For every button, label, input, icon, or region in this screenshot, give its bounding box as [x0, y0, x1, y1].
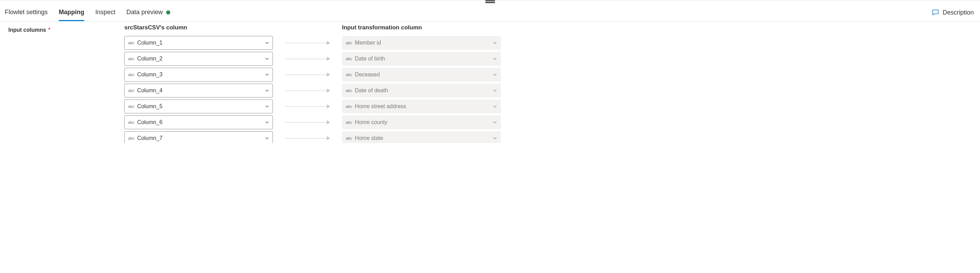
- target-column-value: Date of birth: [355, 56, 385, 62]
- chevron-down-icon: [264, 72, 270, 77]
- source-column-value: Column_2: [137, 56, 162, 62]
- source-column-value: Column_3: [137, 72, 162, 78]
- target-column-header: Input transformation column: [342, 24, 501, 31]
- preview-status-dot-icon: [166, 10, 170, 14]
- chevron-down-icon: [492, 72, 498, 77]
- type-tag: abc: [128, 73, 134, 77]
- target-column-dropdown[interactable]: abcDate of death: [342, 84, 501, 97]
- mapping-row: abcColumn_4abcDate of death: [97, 84, 973, 97]
- target-column-dropdown[interactable]: abcHome street address: [342, 99, 501, 113]
- tab-label: Mapping: [59, 9, 84, 16]
- type-tag: abc: [346, 104, 352, 109]
- mapping-row: abcColumn_5abcHome street address: [97, 99, 973, 113]
- chevron-down-icon: [492, 136, 498, 141]
- type-tag: abc: [128, 104, 134, 109]
- source-column-dropdown[interactable]: abcColumn_7: [124, 131, 273, 143]
- description-button[interactable]: Description: [929, 9, 977, 16]
- source-column-dropdown[interactable]: abcColumn_4: [124, 84, 273, 97]
- chevron-down-icon: [492, 56, 498, 62]
- target-column-value: Home street address: [355, 103, 406, 110]
- type-tag: abc: [346, 120, 352, 125]
- source-column-value: Column_1: [137, 40, 162, 46]
- tab-label: Inspect: [95, 9, 115, 16]
- source-column-value: Column_7: [137, 135, 162, 141]
- chevron-down-icon: [492, 88, 498, 93]
- target-column-value: Home county: [355, 119, 387, 125]
- tab-label: Data preview: [126, 9, 163, 16]
- chevron-down-icon: [492, 40, 498, 46]
- type-tag: abc: [128, 57, 134, 61]
- tab-label: Flowlet settings: [5, 9, 48, 16]
- chevron-down-icon: [264, 56, 270, 62]
- target-column-value: Home state: [355, 135, 383, 141]
- required-indicator: *: [48, 27, 51, 33]
- mapping-arrow-icon: [285, 75, 330, 75]
- source-column-value: Column_6: [137, 119, 162, 125]
- chevron-down-icon: [264, 136, 270, 141]
- target-column-dropdown[interactable]: abcHome state: [342, 131, 501, 143]
- type-tag: abc: [346, 73, 352, 77]
- target-column-dropdown[interactable]: abcMember id: [342, 36, 501, 50]
- type-tag: abc: [128, 120, 134, 125]
- source-column-dropdown[interactable]: abcColumn_6: [124, 115, 273, 129]
- chevron-down-icon: [264, 104, 270, 109]
- mapping-row: abcColumn_7abcHome state: [97, 131, 973, 143]
- type-tag: abc: [346, 136, 352, 140]
- tab-data-preview[interactable]: Data preview: [126, 4, 170, 21]
- input-columns-label: Input columns: [8, 27, 46, 33]
- chevron-down-icon: [492, 120, 498, 125]
- chevron-down-icon: [264, 88, 270, 93]
- mapping-row: abcColumn_3abcDeceased: [97, 68, 973, 81]
- target-column-dropdown[interactable]: abcDate of birth: [342, 52, 501, 65]
- mapping-arrow-icon: [285, 122, 330, 123]
- target-column-dropdown[interactable]: abcDeceased: [342, 68, 501, 81]
- type-tag: abc: [346, 41, 352, 45]
- type-tag: abc: [128, 88, 134, 93]
- target-column-value: Member id: [355, 40, 381, 46]
- type-tag: abc: [346, 88, 352, 93]
- type-tag: abc: [128, 41, 134, 45]
- target-column-value: Date of death: [355, 88, 388, 94]
- source-column-header: srcStarsCSV's column: [124, 24, 273, 31]
- chevron-down-icon: [264, 40, 270, 46]
- comment-icon: [932, 9, 939, 16]
- mapping-row: abcColumn_1abcMember id: [97, 36, 973, 50]
- chevron-down-icon: [264, 120, 270, 125]
- target-column-dropdown[interactable]: abcHome county: [342, 115, 501, 129]
- tab-inspect[interactable]: Inspect: [95, 4, 115, 21]
- mapping-arrow-icon: [285, 138, 330, 139]
- chevron-down-icon: [492, 104, 498, 109]
- target-column-value: Deceased: [355, 72, 380, 78]
- mapping-arrow-icon: [285, 91, 330, 91]
- tab-flowlet-settings[interactable]: Flowlet settings: [5, 4, 48, 21]
- source-column-dropdown[interactable]: abcColumn_2: [124, 52, 273, 65]
- type-tag: abc: [128, 136, 134, 140]
- source-column-dropdown[interactable]: abcColumn_5: [124, 99, 273, 113]
- mapping-row: abcColumn_2abcDate of birth: [97, 52, 973, 65]
- source-column-value: Column_4: [137, 88, 162, 94]
- mapping-row: abcColumn_6abcHome county: [97, 115, 973, 129]
- tab-mapping[interactable]: Mapping: [59, 4, 84, 21]
- source-column-dropdown[interactable]: abcColumn_1: [124, 36, 273, 50]
- source-column-dropdown[interactable]: abcColumn_3: [124, 68, 273, 81]
- type-tag: abc: [346, 57, 352, 61]
- description-label: Description: [943, 9, 974, 16]
- source-column-value: Column_5: [137, 103, 162, 110]
- mapping-arrow-icon: [285, 59, 330, 59]
- panel-resize-handle[interactable]: [485, 0, 495, 3]
